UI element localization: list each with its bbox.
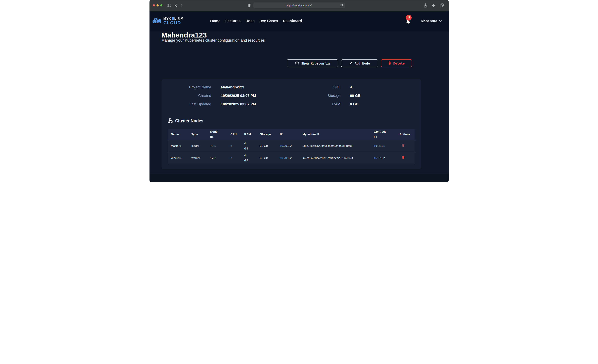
cell-node-id: 1715 xyxy=(210,156,231,161)
detail-value: 10/29/2025 03:07 PM xyxy=(221,94,256,98)
privacy-shield-icon xyxy=(248,3,251,7)
maximize-button[interactable] xyxy=(160,4,162,7)
cell-name: Master1 xyxy=(171,143,191,149)
col-header-node-id: Node ID xyxy=(210,129,231,140)
detail-value: 4 xyxy=(350,85,352,90)
table-header-row: Name Type Node ID CPU RAM Storage IP Myc… xyxy=(168,129,415,140)
cell-node-id: 7915 xyxy=(210,143,231,149)
detail-label: Project Name xyxy=(165,85,211,90)
top-navbar: MYCLIUM CLOUD Home Features Docs Use Cas… xyxy=(150,11,449,31)
url-bar[interactable]: https://myceliumcloud.tf xyxy=(253,2,345,8)
cluster-nodes-title: Cluster Nodes xyxy=(175,118,203,123)
detail-value: 8 GB xyxy=(350,102,358,106)
col-header-name: Name xyxy=(171,132,191,137)
mycelium-cloud-logo-icon xyxy=(152,17,162,25)
page-subtitle: Manage your Kubernetes cluster configura… xyxy=(161,38,265,43)
col-header-contract-id: Contract ID xyxy=(374,129,400,140)
nav-link-home[interactable]: Home xyxy=(210,19,220,23)
nav-link-docs[interactable]: Docs xyxy=(245,19,254,23)
stylized-e-icon xyxy=(172,17,174,20)
notifications-bell-icon[interactable]: 11 xyxy=(406,19,410,25)
detail-value: Mahendra123 xyxy=(221,85,244,90)
cell-mycelium-ip: 446:d2a6:8bcd:8c16:ff0f:72e2:3114:863f xyxy=(303,156,374,161)
delete-label: Delete xyxy=(393,62,405,65)
user-name: Mahendra xyxy=(421,19,437,23)
table-row: Worker1 worker 1715 2 4 GB 30 GB 10.20.3… xyxy=(168,152,415,164)
network-nodes-icon xyxy=(168,118,173,124)
detail-label: Storage xyxy=(298,94,341,98)
eye-icon xyxy=(295,61,299,65)
cell-mycelium-ip: 5d8:78ea:a120:f40c:ff0f:a5fe:99e6:8b96 xyxy=(303,143,374,149)
nav-link-features[interactable]: Features xyxy=(225,19,241,23)
brand-line2: CLOUD xyxy=(164,21,184,25)
cell-actions xyxy=(400,156,415,161)
trash-icon xyxy=(388,61,391,65)
detail-value: 60 GB xyxy=(350,94,361,98)
page-title: Mahendra123 xyxy=(161,31,207,39)
detail-row: Storage 60 GB xyxy=(298,92,361,99)
delete-node-icon[interactable] xyxy=(402,156,405,159)
traffic-lights xyxy=(153,4,162,7)
close-button[interactable] xyxy=(153,4,155,7)
add-node-button[interactable]: Add Node xyxy=(341,59,378,67)
cell-ip: 10.20.2.2 xyxy=(280,143,303,149)
detail-row: Project Name Mahendra123 xyxy=(165,83,256,91)
cell-ram: 4 GB xyxy=(244,141,260,151)
cluster-nodes-table: Name Type Node ID CPU RAM Storage IP Myc… xyxy=(168,129,415,164)
detail-label: CPU xyxy=(298,85,341,90)
url-text: https://myceliumcloud.tf xyxy=(286,4,312,7)
cell-contract-id: 1613131 xyxy=(374,143,400,149)
detail-row: RAM 8 GB xyxy=(298,100,361,108)
brand-line1: MYCLIUM xyxy=(164,17,184,20)
detail-label: RAM xyxy=(298,102,341,106)
brand-text: MYCLIUM CLOUD xyxy=(164,17,184,25)
pencil-icon xyxy=(349,61,353,65)
chrome-right-actions xyxy=(424,0,444,11)
navbar-right: 11 Mahendra xyxy=(406,17,441,25)
nav-link-use-cases[interactable]: Use Cases xyxy=(259,19,278,23)
cell-type: worker xyxy=(191,156,210,161)
cluster-actions: Show Kubeconfig Add Node Delete xyxy=(287,59,412,67)
notification-badge: 11 xyxy=(406,15,412,21)
brand-logo[interactable]: MYCLIUM CLOUD xyxy=(152,17,191,25)
sidebar-toggle-icon[interactable] xyxy=(167,4,171,7)
col-header-type: Type xyxy=(191,132,210,137)
cell-name: Worker1 xyxy=(171,156,191,161)
details-right: CPU 4 Storage 60 GB RAM 8 GB xyxy=(298,83,361,109)
col-header-mycelium-ip: Mycelium IP xyxy=(303,132,374,137)
user-menu[interactable]: Mahendra xyxy=(421,19,441,23)
share-icon[interactable] xyxy=(424,3,427,8)
cell-ip: 10.20.3.2 xyxy=(280,156,303,161)
detail-value: 10/29/2025 03:07 PM xyxy=(221,102,256,106)
cell-type: leader xyxy=(191,143,210,149)
cell-storage: 30 GB xyxy=(260,156,280,161)
detail-row: Created 10/29/2025 03:07 PM xyxy=(165,92,256,99)
cell-ram: 4 GB xyxy=(244,153,260,163)
col-header-cpu: CPU xyxy=(231,132,244,137)
detail-label: Last Updated xyxy=(165,102,211,106)
delete-cluster-button[interactable]: Delete xyxy=(381,59,412,67)
cluster-info-panel: Project Name Mahendra123 Created 10/29/2… xyxy=(162,79,421,169)
table-row: Master1 leader 7915 2 4 GB 30 GB 10.20.2… xyxy=(168,140,415,152)
back-icon[interactable] xyxy=(175,4,177,7)
col-header-storage: Storage xyxy=(260,132,280,137)
footer-strip xyxy=(150,174,449,182)
show-kubeconfig-button[interactable]: Show Kubeconfig xyxy=(287,59,338,67)
cluster-nodes-heading: Cluster Nodes xyxy=(168,117,203,124)
details-left: Project Name Mahendra123 Created 10/29/2… xyxy=(165,83,256,109)
new-tab-icon[interactable] xyxy=(432,4,435,7)
reload-icon[interactable] xyxy=(341,4,343,7)
delete-node-icon[interactable] xyxy=(402,144,405,147)
browser-window: https://myceliumcloud.tf Mahendra123 Man… xyxy=(150,0,449,182)
cell-cpu: 2 xyxy=(231,156,244,161)
forward-icon[interactable] xyxy=(180,4,183,7)
chevron-down-icon xyxy=(439,19,442,22)
detail-row: CPU 4 xyxy=(298,83,361,91)
main-nav: Home Features Docs Use Cases Dashboard xyxy=(210,19,302,23)
tab-overview-icon[interactable] xyxy=(440,3,444,8)
nav-link-dashboard[interactable]: Dashboard xyxy=(283,19,302,23)
minimize-button[interactable] xyxy=(157,4,159,7)
page-content: Mahendra123 Manage your Kubernetes clust… xyxy=(150,11,449,182)
cell-contract-id: 1613132 xyxy=(374,156,400,161)
col-header-ram: RAM xyxy=(244,132,260,137)
